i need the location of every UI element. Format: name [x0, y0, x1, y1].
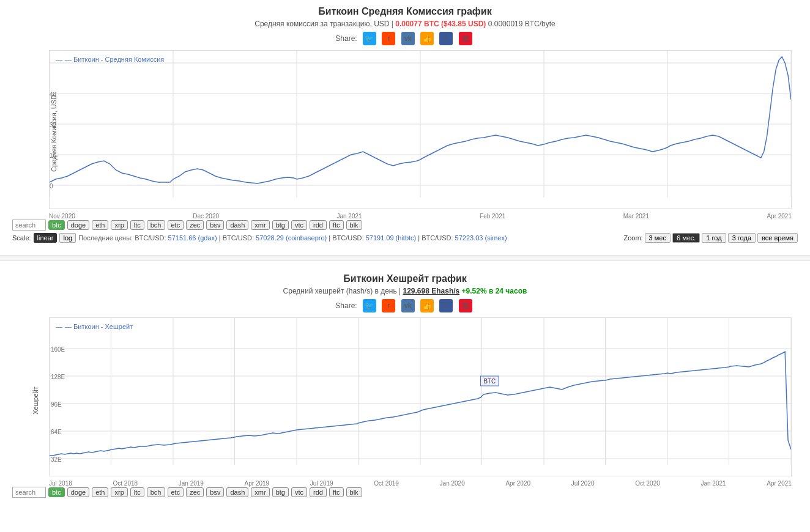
section-divider [0, 255, 810, 261]
coin-eth-2[interactable]: eth [92, 487, 108, 497]
scale-section: Scale: linear log [12, 233, 76, 243]
coin-bsv-1[interactable]: bsv [206, 220, 224, 230]
chart2-x-oct19: Oct 2019 [374, 480, 399, 487]
price-coinbasepro[interactable]: 57028.29 (coinbasepro) [256, 234, 327, 242]
chart2-legend: — Биткоин - Хешрейт [56, 323, 133, 330]
coin-doge-2[interactable]: doge [67, 487, 89, 497]
chart2-toolbar: btc doge eth xrp ltc bch etc zec bsv das… [12, 487, 798, 498]
chart2-share-bar: Share: 🐦 r vk 👍 f 微 [12, 299, 798, 312]
share-label: Share: [335, 34, 357, 43]
coin-rdd-2[interactable]: rdd [310, 487, 327, 497]
chart2-x-jul20: Jul 2020 [571, 480, 595, 487]
coin-btc-2[interactable]: btc [48, 487, 65, 497]
coin-vtc-1[interactable]: vtc [291, 220, 307, 230]
share-reddit-2[interactable]: r [382, 299, 395, 312]
chart2-x-jan20: Jan 2020 [440, 480, 465, 487]
chart2-x-jan21: Jan 2021 [700, 480, 726, 487]
chart1-toolbar: btc doge eth xrp ltc bch etc zec bsv das… [12, 220, 798, 231]
coin-blk-2[interactable]: blk [346, 487, 362, 497]
chart1-legend: — Биткоин - Средняя Комиссия [56, 56, 164, 63]
chart2-x-apr21: Apr 2021 [767, 480, 792, 487]
price-simex[interactable]: 57223.03 (simex) [455, 234, 507, 242]
chart2-x-oct18: Oct 2018 [113, 480, 138, 487]
price-gdax[interactable]: 57151.66 (gdax) [168, 234, 217, 242]
coin-xrp-1[interactable]: xrp [111, 220, 127, 230]
coin-btg-2[interactable]: btg [272, 487, 289, 497]
coin-doge-1[interactable]: doge [67, 220, 89, 230]
coin-btc-1[interactable]: btc [48, 220, 65, 230]
coin-vtc-2[interactable]: vtc [291, 487, 307, 497]
chart1-usd-value: ($43.85 USD) [441, 20, 486, 28]
chart2-xaxis: Jul 2018 Oct 2018 Jan 2019 Apr 2019 Jul … [49, 480, 792, 487]
chart1-btc-value: 0.00077 BTC [395, 20, 439, 28]
share-weibo-2[interactable]: 微 [459, 299, 472, 312]
chart2-x-apr20: Apr 2020 [505, 480, 530, 487]
chart1-x-apr: Apr 2021 [767, 213, 792, 220]
svg-text:96E: 96E [51, 401, 62, 408]
coin-ftc-1[interactable]: ftc [329, 220, 344, 230]
coin-bsv-2[interactable]: bsv [206, 487, 224, 497]
coin-xmr-1[interactable]: xmr [251, 220, 269, 230]
chart1-svg: 0 16 32 48 [50, 51, 791, 210]
coin-bch-2[interactable]: bch [147, 487, 165, 497]
share-twitter[interactable]: 🐦 [363, 32, 376, 45]
hashrate-chart-section: Биткоин Хешрейт график Средний хешрейт (… [0, 267, 810, 506]
zoom-all[interactable]: все время [757, 233, 798, 243]
chart2-x-jul18: Jul 2018 [49, 480, 72, 487]
share-label-2: Share: [335, 301, 357, 310]
share-facebook-2[interactable]: f [439, 299, 453, 312]
coin-blk-1[interactable]: blk [346, 220, 362, 230]
coin-xrp-2[interactable]: xrp [111, 487, 127, 497]
chart2-x-jul19: Jul 2019 [310, 480, 333, 487]
scale-linear-btn[interactable]: linear [34, 233, 58, 243]
coin-etc-2[interactable]: etc [168, 487, 184, 497]
commission-chart-section: Биткоин Средняя Комиссия график Средняя … [0, 0, 810, 249]
chart1-search-input[interactable] [12, 220, 46, 231]
coin-ftc-2[interactable]: ftc [329, 487, 344, 497]
coin-etc-1[interactable]: etc [168, 220, 184, 230]
chart2-search-input[interactable] [12, 487, 46, 498]
coin-ltc-2[interactable]: ltc [130, 487, 144, 497]
svg-text:64E: 64E [51, 429, 62, 435]
coin-bch-1[interactable]: bch [147, 220, 165, 230]
chart2-pct-value: +9.52% в 24 часов [462, 287, 527, 295]
zoom-6m[interactable]: 6 мес. [672, 233, 700, 243]
coin-eth-1[interactable]: eth [92, 220, 108, 230]
chart2-wrapper: — Биткоин - Хешрейт [49, 317, 792, 476]
scale-label: Scale: [12, 234, 31, 242]
coin-btg-1[interactable]: btg [272, 220, 289, 230]
coin-dash-1[interactable]: dash [226, 220, 248, 230]
price-hitbtc[interactable]: 57191.09 (hitbtc) [366, 234, 417, 242]
share-reddit[interactable]: r [382, 32, 395, 45]
coin-dash-2[interactable]: dash [226, 487, 248, 497]
zoom-3m[interactable]: 3 мес [645, 233, 671, 243]
chart1-y-label: Средняя Комиссия, USD [50, 95, 58, 172]
coin-zec-1[interactable]: zec [186, 220, 204, 230]
chart1-xaxis: Nov 2020 Dec 2020 Jan 2021 Feb 2021 Mar … [49, 213, 792, 220]
share-facebook[interactable]: f [439, 32, 453, 45]
coin-ltc-1[interactable]: ltc [130, 220, 144, 230]
zoom-1y[interactable]: 1 год [702, 233, 726, 243]
chart1-bottom-row: Scale: linear log Последние цены: BTC/US… [12, 233, 798, 243]
chart1-subtitle: Средняя комиссия за транзакцию, USD | 0.… [12, 20, 798, 28]
share-ok-2[interactable]: 👍 [420, 299, 434, 312]
chart2-y-label: Хешрейт [32, 386, 39, 415]
zoom-3y[interactable]: 3 года [728, 233, 756, 243]
zoom-label: Zoom: [623, 234, 642, 242]
scale-log-btn[interactable]: log [59, 233, 76, 243]
chart2-title: Биткоин Хешрейт график [12, 273, 798, 284]
chart2-x-apr19: Apr 2019 [245, 480, 270, 487]
chart2-svg: 32E 64E 96E 128E 160E BTC [50, 318, 791, 477]
coin-zec-2[interactable]: zec [186, 487, 204, 497]
zoom-section: Zoom: 3 мес 6 мес. 1 год 3 года все врем… [623, 233, 798, 243]
share-twitter-2[interactable]: 🐦 [363, 299, 376, 312]
share-vk-2[interactable]: vk [401, 299, 415, 312]
share-ok[interactable]: 👍 [420, 32, 434, 45]
coin-xmr-2[interactable]: xmr [251, 487, 269, 497]
coin-rdd-1[interactable]: rdd [310, 220, 327, 230]
share-weibo[interactable]: 微 [459, 32, 472, 45]
chart2-subtitle: Средний хешрейт (hash/s) в день | 129.69… [12, 287, 798, 295]
share-vk[interactable]: vk [401, 32, 415, 45]
svg-text:160E: 160E [51, 346, 65, 353]
chart2-hash-value: 129.698 Ehash/s [403, 287, 460, 295]
